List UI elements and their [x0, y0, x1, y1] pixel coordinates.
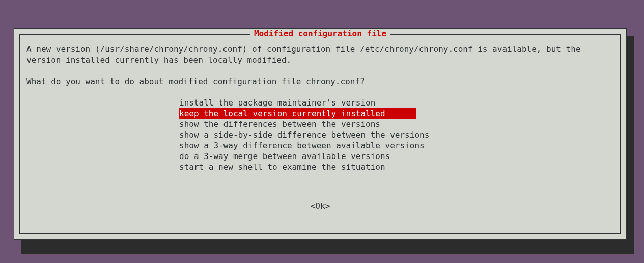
dialog-content: A new version (/usr/share/chrony/chrony.…	[20, 35, 620, 221]
dialog-title: Modified configuration file	[250, 29, 390, 38]
option-install-maintainer[interactable]: install the package maintainer's version	[179, 97, 614, 108]
option-keep-local[interactable]: keep the local version currently install…	[179, 108, 416, 119]
option-show-diff[interactable]: show the differences between the version…	[179, 119, 614, 129]
option-new-shell[interactable]: start a new shell to examine the situati…	[179, 162, 614, 172]
dialog-question: What do you want to do about modified co…	[26, 76, 614, 87]
dialog-border: Modified configuration file A new versio…	[19, 34, 621, 234]
options-list: install the package maintainer's version…	[179, 97, 614, 172]
option-3way-diff[interactable]: show a 3-way difference between availabl…	[179, 140, 614, 151]
config-dialog: Modified configuration file A new versio…	[14, 28, 627, 240]
option-side-by-side-diff[interactable]: show a side-by-side difference between t…	[179, 129, 614, 140]
option-3way-merge[interactable]: do a 3-way merge between available versi…	[179, 151, 614, 162]
dialog-message: A new version (/usr/share/chrony/chrony.…	[26, 44, 614, 65]
ok-button[interactable]: <Ok>	[26, 201, 614, 212]
